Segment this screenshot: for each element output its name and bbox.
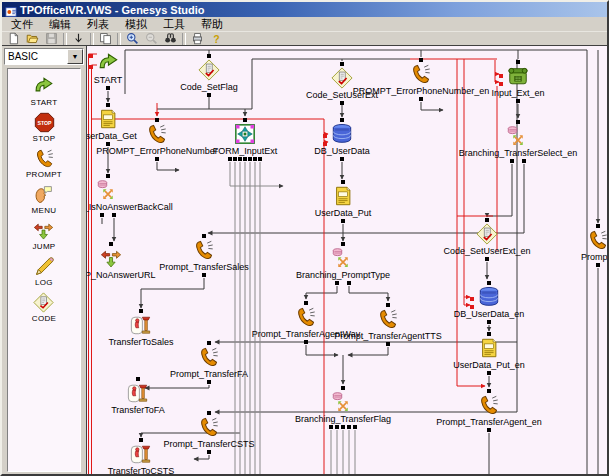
node-input-pin: [485, 218, 489, 222]
node-input-pin: [596, 224, 600, 228]
chevron-down-icon[interactable]: ▼: [67, 49, 83, 64]
node-output-pin: [340, 157, 344, 161]
toolbar-separator: [90, 33, 94, 45]
print-button[interactable]: [188, 32, 207, 45]
zoom-in-button[interactable]: [123, 32, 142, 45]
category-dropdown-value: BASIC: [5, 50, 67, 63]
node-input-pin: [340, 118, 344, 122]
toolbar-separator: [117, 33, 121, 45]
node-input-pin: [516, 120, 520, 124]
menu-item-edit[interactable]: 编辑: [41, 17, 79, 31]
node-output-pin: [100, 213, 104, 217]
node-label: DB_UserData_en: [454, 309, 525, 319]
prompt-icon: [146, 123, 168, 145]
node-output-pin: [522, 159, 526, 163]
node-input-pin: [516, 60, 520, 64]
prompt-icon: [34, 148, 55, 169]
flow-node-db-userdata[interactable]: DB_UserData: [267, 118, 417, 161]
start-icon: [97, 52, 119, 74]
flow-node-branching-isnoanswerbackcall[interactable]: Branching_IsNoAnswerBackCall: [86, 174, 183, 217]
node-input-pin: [207, 411, 211, 415]
prompt-icon: [410, 63, 432, 85]
node-side-pin: [323, 134, 327, 138]
palette-item-prompt[interactable]: PROMPT: [26, 148, 62, 179]
code-icon: [198, 59, 220, 81]
node-output-pin: [253, 157, 257, 161]
zoom-out-icon: [145, 32, 158, 45]
flow-node-userdata-put[interactable]: UserData_Put: [268, 180, 418, 223]
node-output-pin: [487, 320, 491, 324]
node-label: Branching_TransferFlag: [295, 414, 391, 424]
node-output-pin: [419, 97, 423, 101]
node-output-pin: [340, 101, 344, 105]
transfer-icon: [130, 314, 152, 336]
node-output-pin: [304, 340, 308, 344]
flow-node-branching-prompttype[interactable]: Branching_PromptType: [268, 242, 418, 285]
palette-item-jump[interactable]: JUMP: [33, 220, 56, 251]
app-window: TPOfficeIVR.VWS - Genesys Studio 文件编辑列表模…: [0, 0, 609, 476]
menu-item-list[interactable]: 列表: [79, 17, 117, 31]
branching-icon: [332, 391, 354, 413]
flow-node-prompt-transfersales[interactable]: Prompt_TransferSales: [129, 234, 279, 277]
palette-item-start[interactable]: START: [31, 76, 58, 107]
palette-item-log[interactable]: LOG: [34, 256, 55, 287]
node-input-pin: [340, 62, 344, 66]
find-icon: [164, 32, 177, 45]
db-icon: [331, 123, 353, 145]
node-side-pin: [499, 82, 503, 86]
node-output-pin: [341, 219, 345, 223]
flow-node-input-ext-en[interactable]: Input_Ext_en: [443, 60, 593, 103]
node-output-pin: [202, 273, 206, 277]
flow-node-prompt-transfercsts[interactable]: Prompt_TransferCSTS: [134, 411, 284, 454]
flow-node-code-setflag[interactable]: Code_SetFlag: [134, 54, 284, 97]
open-file-icon: [26, 32, 39, 45]
palette-list: STARTSTOPSTOPPROMPTMENUJUMPLOGCODE: [7, 68, 81, 472]
node-output-pin: [347, 281, 351, 285]
flow-node-userdata-put-en[interactable]: UserData_Put_en: [414, 332, 564, 375]
zoom-out-button: [142, 32, 161, 45]
titlebar[interactable]: TPOfficeIVR.VWS - Genesys Studio: [2, 2, 607, 17]
node-output-pin: [155, 157, 159, 161]
menu-item-simulate[interactable]: 模拟: [117, 17, 155, 31]
find-button[interactable]: [161, 32, 180, 45]
node-input-pin: [341, 242, 345, 246]
node-input-pin: [419, 58, 423, 62]
stop-icon: STOP: [34, 112, 55, 133]
node-side-pin: [89, 54, 93, 58]
flow-node-prompt-transferagent-en[interactable]: Prompt_TransferAgent_en: [414, 389, 564, 432]
node-input-pin: [341, 386, 345, 390]
node-input-pin: [487, 389, 491, 393]
copy-button[interactable]: [96, 32, 115, 45]
open-file-button[interactable]: [23, 32, 42, 45]
flow-canvas[interactable]: STARTUserData_GetBranching_IsNoAnswerBac…: [86, 46, 607, 474]
flow-node-prompt-transferfa[interactable]: Prompt_TransferFA: [134, 341, 284, 384]
node-output-pin: [106, 86, 110, 90]
menubar: 文件编辑列表模拟工具帮助: [2, 17, 607, 32]
node-input-pin: [106, 103, 110, 107]
node-output-pin: [207, 93, 211, 97]
node-output-pin: [487, 428, 491, 432]
node-input-pin: [109, 242, 113, 246]
new-file-button[interactable]: [4, 32, 23, 45]
palette-item-stop[interactable]: STOPSTOP: [33, 112, 56, 143]
flow-node-branching-transferflag[interactable]: Branching_TransferFlag: [268, 386, 418, 429]
menu-item-tools[interactable]: 工具: [155, 17, 193, 31]
flow-node-prompt-truncated[interactable]: Prompt_: [523, 224, 607, 267]
menu-item-file[interactable]: 文件: [3, 17, 41, 31]
download-arrow-button[interactable]: [69, 32, 88, 45]
node-output-pin: [243, 157, 247, 161]
code-icon: [33, 292, 54, 313]
node-side-pin: [89, 65, 93, 69]
category-dropdown[interactable]: BASIC ▼: [4, 48, 84, 65]
help-button[interactable]: ?: [207, 32, 226, 45]
menu-item-help[interactable]: 帮助: [193, 17, 231, 31]
node-output-pin: [353, 425, 357, 429]
print-icon: [191, 32, 204, 45]
flow-node-db-userdata-en[interactable]: DB_UserData_en: [414, 281, 564, 324]
flow-node-branching-transferselect-en[interactable]: Branching_TransferSelect_en: [443, 120, 593, 163]
jump-icon: [33, 220, 54, 241]
palette-item-label: MENU: [32, 206, 57, 215]
palette-item-menu[interactable]: MENU: [32, 184, 57, 215]
branching-icon: [332, 247, 354, 269]
palette-item-code[interactable]: CODE: [32, 292, 56, 323]
